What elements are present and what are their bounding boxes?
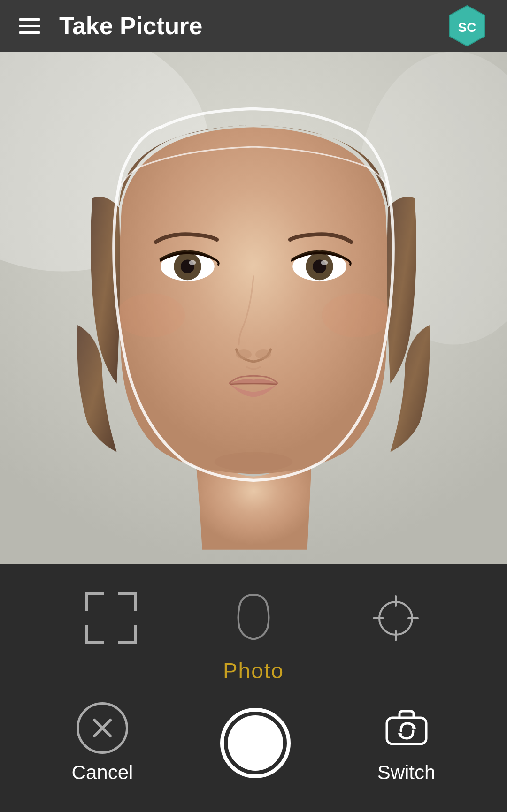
shutter-inner	[228, 715, 283, 771]
frame-icon[interactable]	[85, 592, 137, 644]
avatar[interactable]: SC	[446, 5, 488, 47]
corner-tl	[85, 592, 104, 611]
svg-point-19	[322, 293, 391, 337]
switch-label: Switch	[377, 761, 436, 784]
cancel-circle	[77, 702, 128, 754]
svg-text:SC: SC	[458, 20, 476, 35]
svg-rect-27	[387, 718, 426, 744]
x-icon	[86, 712, 119, 744]
cancel-button[interactable]: Cancel	[72, 702, 133, 784]
svg-point-10	[189, 260, 196, 265]
page-title: Take Picture	[59, 12, 446, 40]
camera-preview	[0, 52, 507, 564]
face-silhouette-icon[interactable]	[232, 592, 275, 644]
corner-tr	[118, 592, 137, 611]
corner-br	[118, 625, 137, 644]
header: Take Picture SC	[0, 0, 507, 52]
svg-point-18	[117, 293, 185, 337]
controls-area: Photo Cancel	[0, 564, 507, 812]
shutter-button[interactable]	[220, 708, 291, 778]
crosshair-icon[interactable]	[370, 592, 422, 644]
hamburger-line-3	[19, 31, 40, 34]
photo-label: Photo	[223, 658, 284, 683]
svg-point-14	[321, 260, 328, 265]
hamburger-line-2	[19, 25, 40, 27]
hamburger-line-1	[19, 18, 40, 21]
svg-point-16	[255, 349, 271, 359]
svg-point-20	[379, 602, 412, 635]
menu-button[interactable]	[19, 18, 40, 34]
camera-view	[0, 52, 507, 564]
switch-button[interactable]: Switch	[377, 702, 436, 784]
icon-row	[0, 583, 507, 653]
svg-point-15	[236, 349, 252, 359]
action-row: Cancel Switch	[0, 702, 507, 784]
corner-bl	[85, 625, 104, 644]
svg-point-17	[215, 452, 293, 472]
switch-camera-svg	[383, 705, 430, 751]
cancel-label: Cancel	[72, 761, 133, 784]
switch-camera-icon	[381, 702, 432, 754]
